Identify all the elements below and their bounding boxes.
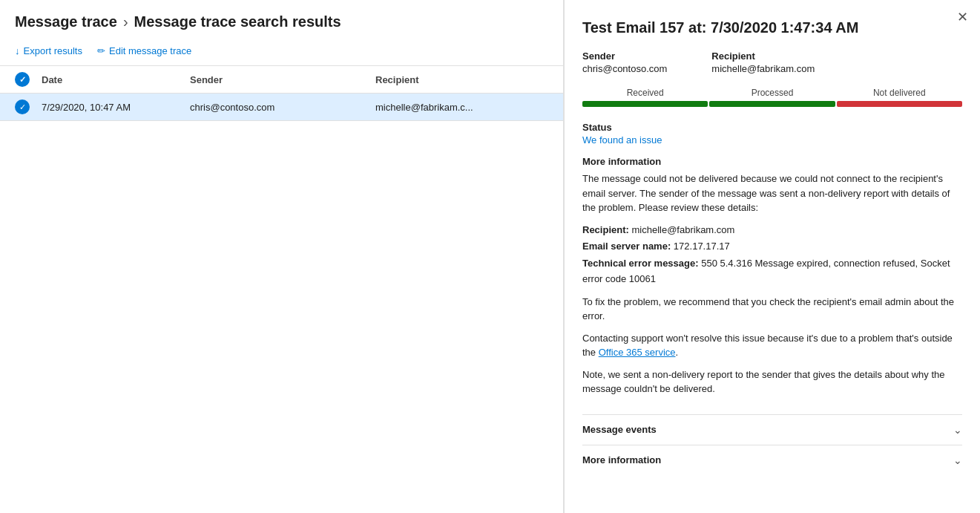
sender-block: Sender chris@contoso.com — [582, 50, 667, 74]
download-icon: ↓ — [15, 45, 20, 56]
table-row[interactable]: ✓ 7/29/2020, 10:47 AM chris@contoso.com … — [0, 94, 563, 121]
status-value: We found an issue — [582, 134, 962, 146]
tech-error-line: Technical error message: 550 5.4.316 Mes… — [582, 256, 962, 287]
support-para: Contacting support won't resolve this is… — [582, 331, 962, 360]
step-received-label: Received — [627, 88, 664, 98]
header-recipient: Recipient — [375, 74, 548, 85]
step-received: Received — [582, 88, 708, 107]
step-received-bar — [582, 101, 708, 107]
sender-value: chris@contoso.com — [582, 63, 667, 74]
left-panel: Message trace › Message trace search res… — [0, 0, 564, 513]
step-not-delivered: Not delivered — [837, 88, 962, 107]
support-para-suffix: . — [676, 347, 679, 358]
edit-message-trace-label: Edit message trace — [109, 45, 191, 56]
breadcrumb-parent[interactable]: Message trace — [15, 13, 117, 30]
tech-error-label: Technical error message: — [582, 258, 699, 269]
office365-link[interactable]: Office 365 service — [599, 347, 676, 358]
recipient-detail-line: Recipient: michelle@fabrikam.com — [582, 223, 962, 238]
sender-recipient-row: Sender chris@contoso.com Recipient miche… — [582, 50, 962, 74]
recipient-value: michelle@fabrikam.com — [711, 63, 815, 74]
edit-icon: ✏ — [97, 45, 105, 56]
header-check-col: ✓ — [15, 72, 42, 87]
email-server-value: 172.17.17.17 — [674, 241, 730, 252]
table-header: ✓ Date Sender Recipient — [0, 65, 563, 94]
more-info-heading: More information — [582, 156, 962, 167]
email-server-line: Email server name: 172.17.17.17 — [582, 239, 962, 255]
chevron-down-icon: ⌄ — [953, 424, 962, 436]
row-recipient: michelle@fabrikam.c... — [375, 102, 548, 113]
steps-row: Received Processed Not delivered — [582, 88, 962, 107]
recipient-label: Recipient — [711, 50, 815, 62]
detail-title: Test Email 157 at: 7/30/2020 1:47:34 AM — [582, 18, 962, 37]
email-server-label: Email server name: — [582, 241, 671, 252]
right-panel: ✕ Test Email 157 at: 7/30/2020 1:47:34 A… — [564, 0, 980, 513]
status-section: Status We found an issue — [582, 122, 962, 146]
row-check-icon: ✓ — [15, 99, 30, 114]
more-info-section: More information The message could not b… — [582, 156, 962, 404]
step-not-delivered-label: Not delivered — [873, 88, 926, 98]
step-processed-bar — [709, 101, 835, 107]
more-info-para1: The message could not be delivered becau… — [582, 171, 962, 215]
status-heading: Status — [582, 122, 962, 133]
accordion2-label: More information — [582, 454, 661, 465]
header-date: Date — [42, 74, 190, 85]
sender-label: Sender — [582, 50, 667, 62]
recipient-detail-label: Recipient: — [582, 224, 629, 235]
step-not-delivered-bar — [837, 101, 962, 107]
recipient-block: Recipient michelle@fabrikam.com — [711, 50, 815, 74]
toolbar: ↓ Export results ✏ Edit message trace — [0, 39, 563, 65]
edit-message-trace-button[interactable]: ✏ Edit message trace — [97, 42, 191, 59]
header-sender: Sender — [190, 74, 375, 85]
note-para: Note, we sent a non-delivery report to t… — [582, 367, 962, 396]
export-results-label: Export results — [24, 45, 82, 56]
close-button[interactable]: ✕ — [957, 10, 968, 24]
breadcrumb-current: Message trace search results — [134, 13, 341, 30]
step-processed: Processed — [709, 88, 835, 107]
row-date: 7/29/2020, 10:47 AM — [42, 102, 190, 113]
accordion1-label: Message events — [582, 424, 657, 435]
chevron-down-icon-2: ⌄ — [953, 454, 962, 466]
recipient-detail-value: michelle@fabrikam.com — [631, 224, 734, 235]
check-header-icon: ✓ — [15, 72, 30, 87]
breadcrumb-separator: › — [123, 13, 128, 30]
step-processed-label: Processed — [752, 88, 794, 98]
fix-para: To fix the problem, we recommend that yo… — [582, 295, 962, 324]
export-results-button[interactable]: ↓ Export results — [15, 42, 82, 59]
row-sender: chris@contoso.com — [190, 102, 375, 113]
row-check-col: ✓ — [15, 99, 42, 114]
accordion-message-events[interactable]: Message events ⌄ — [582, 414, 962, 445]
accordion-more-information[interactable]: More information ⌄ — [582, 445, 962, 475]
breadcrumb: Message trace › Message trace search res… — [0, 0, 563, 39]
